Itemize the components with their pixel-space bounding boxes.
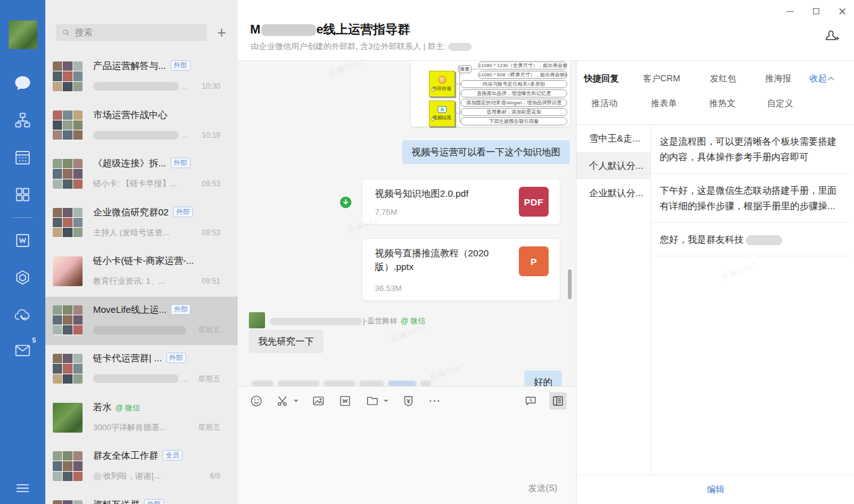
mindmap-branch: 下回主题预告吸引回看 bbox=[461, 117, 567, 125]
chat-list-item[interactable]: 若水@ 微信3000字详解肯德基...星期五 bbox=[45, 394, 238, 443]
file-name: 视频号知识地图2.0.pdf bbox=[375, 187, 515, 200]
rail-apps-icon[interactable] bbox=[14, 269, 32, 287]
chevron-down-icon[interactable] bbox=[294, 400, 299, 402]
chick-icon bbox=[438, 76, 446, 84]
maximize-button[interactable] bbox=[807, 4, 825, 19]
user-avatar[interactable] bbox=[9, 20, 37, 49]
rail-workbench-icon[interactable] bbox=[14, 186, 32, 204]
search-icon bbox=[61, 28, 71, 37]
mindmap-branch: ≤1080 * 608（横屏尺寸），超出将会被裁剪 bbox=[478, 71, 567, 79]
minimize-button[interactable] bbox=[781, 4, 799, 19]
quick-reply-item[interactable]: 这是流程图，可以更清晰各个板块需要搭建的内容，具体操作参考手册内容即可 bbox=[651, 125, 851, 174]
rail-meeting-icon[interactable] bbox=[14, 306, 32, 324]
chat-scrollbar-thumb[interactable] bbox=[568, 269, 572, 299]
edit-button[interactable]: 编辑 bbox=[707, 484, 724, 495]
toolbar-red-packet-icon[interactable] bbox=[400, 392, 417, 410]
chat-list-item[interactable]: 链卡代运营群| ...外部...星期五 bbox=[45, 345, 238, 394]
group-avatar bbox=[53, 500, 83, 504]
group-avatar bbox=[53, 451, 83, 481]
side-tab[interactable]: 推热文 bbox=[709, 98, 735, 109]
chat-list-item[interactable]: 市场运营作战中心...10:19 bbox=[45, 102, 238, 150]
chat-list-item[interactable]: 链小卡(链卡-商家运营-...教育行业资讯: 1、...09:51 bbox=[45, 248, 238, 296]
badge-external: 外部 bbox=[166, 353, 186, 363]
chat-list-item[interactable]: 企业微信研究群02外部主持人 (发暗号送资...09:53 bbox=[45, 199, 238, 248]
new-chat-button[interactable]: + bbox=[212, 23, 231, 42]
rail-calendar-icon[interactable] bbox=[14, 148, 32, 166]
rail-docs-icon[interactable] bbox=[14, 232, 32, 250]
chat-list-item[interactable]: 《超级连接》拆...外部链小卡: 【链卡早报】...09:53 bbox=[45, 150, 238, 199]
side-tab[interactable]: 自定义 bbox=[767, 98, 793, 109]
chat-title-text: 《超级连接》拆... bbox=[93, 158, 166, 168]
chat-subtitle: 由企业微信用户创建的外部群, 含3位外部联系人 | 群主: bbox=[251, 41, 472, 52]
file-type-icon: PDF bbox=[519, 187, 549, 217]
header-divider bbox=[238, 60, 854, 61]
toolbar-more-icon[interactable] bbox=[426, 392, 443, 410]
chat-list-item[interactable]: 群友全体工作群全员收到啦，谢谢[...6/9 bbox=[45, 443, 238, 491]
chat-title-text: 企业微信研究群02 bbox=[93, 207, 169, 217]
contact-avatar bbox=[53, 403, 83, 433]
side-tab[interactable]: 发红包 bbox=[710, 73, 736, 84]
rail-contacts-icon[interactable] bbox=[14, 111, 32, 129]
chat-time: 09:53 bbox=[202, 228, 220, 237]
toolbar-doc-icon[interactable] bbox=[336, 392, 354, 410]
search-input[interactable]: 搜索 bbox=[56, 24, 207, 41]
wechat-work-window: 5 搜索 + 产品运营解答与...外部...10:30市场运营作战中心...10… bbox=[0, 0, 854, 504]
reply-category[interactable]: 雪中王&走... bbox=[577, 125, 650, 152]
incoming-avatar[interactable] bbox=[249, 312, 265, 328]
toolbar-panel-toggle-icon[interactable] bbox=[549, 392, 567, 410]
quick-reply-item[interactable]: 您好，我是群友科技 bbox=[651, 223, 851, 256]
side-tab[interactable]: 推表单 bbox=[651, 98, 677, 109]
chat-time: 09:51 bbox=[202, 277, 220, 286]
reply-category[interactable]: 企业默认分... bbox=[577, 179, 650, 207]
mindmap-image-message[interactable]: ≤1080 * 1230（全屏尺寸），超出将会被裁剪≤1080 * 608（横屏… bbox=[411, 61, 570, 127]
sent-message-bubble-2: 好的 bbox=[524, 371, 562, 386]
mindmap-branch: ≤1080 * 1230（全屏尺寸），超出将会被裁剪 bbox=[478, 61, 567, 70]
chat-title-text: 资料互送群 bbox=[93, 499, 140, 504]
send-button[interactable]: 发送(S) bbox=[528, 483, 557, 494]
group-avatar bbox=[53, 354, 83, 384]
download-complete-icon bbox=[339, 196, 353, 209]
group-avatar bbox=[53, 208, 83, 238]
side-tab[interactable]: 推海报 bbox=[765, 73, 791, 84]
badge-external: 外部 bbox=[171, 60, 191, 71]
rail-mail-icon[interactable]: 5 bbox=[14, 341, 32, 359]
chat-preview: 收到啦，谢谢[... bbox=[93, 470, 205, 482]
chat-preview: ... bbox=[93, 374, 193, 384]
nav-rail: 5 bbox=[0, 0, 45, 504]
rail-chat-icon[interactable] bbox=[14, 74, 32, 92]
contact-avatar bbox=[53, 256, 83, 286]
side-tab[interactable]: 推活动 bbox=[591, 98, 618, 109]
toolbar-chat-history-icon[interactable] bbox=[522, 392, 539, 410]
group-avatar bbox=[53, 61, 83, 91]
side-tab[interactable]: 客户CRM bbox=[643, 73, 680, 84]
add-member-icon[interactable] bbox=[823, 26, 840, 43]
close-button[interactable]: × bbox=[834, 4, 851, 19]
toolbar-screenshot-icon[interactable] bbox=[274, 392, 291, 410]
chat-list-item[interactable]: 资料互送群外部 bbox=[45, 492, 238, 504]
chat-preview: ... bbox=[93, 82, 197, 91]
rail-menu-icon[interactable] bbox=[14, 479, 32, 497]
message-scroll-area: ≤1080 * 1230（全屏尺寸），超出将会被裁剪≤1080 * 608（横屏… bbox=[238, 61, 576, 386]
collapse-button[interactable]: 收起 bbox=[809, 73, 834, 84]
mindmap-branch: 选用素材，添加彩蛋花絮 bbox=[461, 108, 567, 116]
side-tab[interactable]: 快捷回复 bbox=[584, 73, 619, 84]
chat-title-text: 群友全体工作群 bbox=[93, 450, 158, 461]
toolbar-folder-icon[interactable] bbox=[364, 392, 381, 410]
toolbar-image-icon[interactable] bbox=[310, 392, 327, 410]
file-message-card[interactable]: 视频号知识地图2.0.pdf7.76MPDF bbox=[362, 179, 560, 225]
chat-preview: 主持人 (发暗号送资... bbox=[93, 227, 197, 238]
chevron-down-icon[interactable] bbox=[384, 400, 389, 402]
chat-preview: 教育行业资讯: 1、... bbox=[93, 276, 197, 287]
chat-list-item[interactable]: MoveLife线上运...外部星期五 bbox=[45, 297, 238, 345]
chat-time: 星期五 bbox=[198, 374, 220, 384]
file-message-card[interactable]: 视频号直播推流教程（2020版）.pptx36.53MP bbox=[362, 238, 560, 301]
chat-title: Me线上运营指导群 bbox=[250, 21, 410, 38]
toolbar-emoji-icon[interactable] bbox=[248, 392, 265, 410]
rail-divider bbox=[13, 217, 32, 218]
quick-reply-item[interactable]: 下午好，这是微信生态联动搭建手册，里面有详细的操作步骤，根据手册里的步骤操... bbox=[651, 174, 851, 223]
chat-title-text: 产品运营解答与... bbox=[93, 60, 166, 71]
chat-list-item[interactable]: 产品运营解答与...外部...10:30 bbox=[45, 53, 238, 101]
message-input-area[interactable]: 发送(S) bbox=[238, 386, 576, 504]
mindmap-branch: 直接露出品牌，增强曝光和记忆度 bbox=[461, 89, 567, 97]
reply-category[interactable]: 个人默认分... bbox=[577, 152, 650, 179]
